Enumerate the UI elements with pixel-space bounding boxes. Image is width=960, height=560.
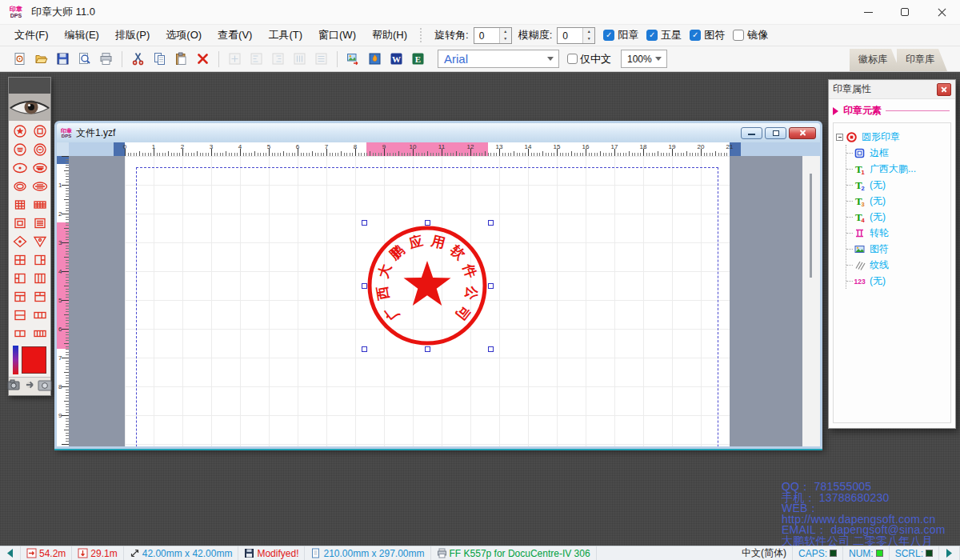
stamp-shape-split-right-button[interactable] xyxy=(30,250,50,269)
stamp-shape-grid-2x2-button[interactable] xyxy=(10,250,30,269)
status-nav-right[interactable] xyxy=(939,546,960,560)
cut-button[interactable] xyxy=(128,49,148,69)
stamp-shape-circle-square-button[interactable] xyxy=(30,122,50,140)
copy-button[interactable] xyxy=(150,49,170,69)
stamp-shape-diamond-button[interactable] xyxy=(10,232,30,250)
stamp-shape-cells-2-button[interactable] xyxy=(10,324,30,342)
color-gradient-strip[interactable] xyxy=(13,346,18,374)
stamp-shape-split-h-button[interactable] xyxy=(10,306,30,324)
paste-button[interactable] xyxy=(171,49,191,69)
menu-item[interactable]: 编辑(E) xyxy=(57,25,107,46)
stamp-shape-cells-4-button[interactable] xyxy=(30,324,50,342)
save-button[interactable] xyxy=(53,49,73,69)
current-color-swatch[interactable] xyxy=(22,346,46,374)
print-button[interactable] xyxy=(96,49,116,69)
document-minimize-button[interactable] xyxy=(741,127,762,139)
only-chinese-checkbox[interactable]: 仅中文 xyxy=(567,52,611,66)
open-button[interactable] xyxy=(31,49,51,69)
tree-item[interactable]: T3(无) xyxy=(846,193,948,209)
close-button[interactable] xyxy=(923,0,960,24)
stamp-shape-circle-star-button[interactable] xyxy=(10,122,30,140)
blur-spinner[interactable]: 0 ▲▼ xyxy=(557,27,595,44)
selection-handle[interactable] xyxy=(488,283,494,289)
selection-handle[interactable] xyxy=(362,283,367,289)
checkbox-图符[interactable]: ✓图符 xyxy=(690,28,725,42)
export-image-button[interactable] xyxy=(343,49,363,69)
svg-text:鹏: 鹏 xyxy=(386,242,407,263)
camera-icon[interactable] xyxy=(7,378,23,394)
document-close-button[interactable] xyxy=(789,127,816,139)
tree-item[interactable]: 边框 xyxy=(846,145,948,161)
selection-handle[interactable] xyxy=(425,346,430,352)
document-canvas[interactable]: 广西大鹏应用软件公司 xyxy=(69,156,820,446)
tree-item[interactable]: T2(无) xyxy=(846,177,948,193)
stamp-shape-circle-lines-button[interactable] xyxy=(10,140,30,158)
stamp-shape-ellipse-wide-button[interactable] xyxy=(30,177,50,195)
status-nav-left[interactable] xyxy=(0,546,21,560)
document-title-bar[interactable]: 印章 DPS 文件1.yzf xyxy=(57,123,820,142)
tree-item[interactable]: T1广西大鹏... xyxy=(846,161,948,177)
checkbox-五星[interactable]: ✓五星 xyxy=(646,28,682,42)
svg-text:司: 司 xyxy=(452,302,473,323)
tree-item[interactable]: 123(无) xyxy=(846,273,948,289)
menu-item[interactable]: 选项(O) xyxy=(158,25,210,46)
stamp-shape-ellipse-lines-button[interactable] xyxy=(30,158,50,177)
tree-item[interactable]: 图符 xyxy=(846,241,948,257)
menu-item[interactable]: 文件(F) xyxy=(6,25,57,46)
minimize-button[interactable] xyxy=(850,0,886,24)
selection-handle[interactable] xyxy=(488,220,494,226)
properties-close-button[interactable] xyxy=(937,83,951,96)
spinner-arrows-icon[interactable]: ▲▼ xyxy=(499,28,511,43)
document-restore-button[interactable] xyxy=(765,127,786,139)
preview-button[interactable] xyxy=(74,49,94,69)
stamp-shape-cells-3-button[interactable] xyxy=(30,306,50,324)
menu-item[interactable]: 工具(T) xyxy=(260,25,310,46)
checkbox-镜像[interactable]: 镜像 xyxy=(733,28,768,42)
selection-handle[interactable] xyxy=(425,220,430,226)
export-word-button[interactable]: W xyxy=(386,49,406,69)
section-arrow-icon xyxy=(833,107,842,115)
library-tab[interactable]: 徽标库 xyxy=(850,49,900,71)
stamp-shape-ellipse-star-button[interactable] xyxy=(10,158,30,177)
selection-handle[interactable] xyxy=(362,346,367,352)
new-button[interactable] xyxy=(10,49,30,69)
selection-handle[interactable] xyxy=(362,220,367,226)
stamp-shape-grid-dense-button[interactable] xyxy=(10,195,30,214)
stamp-graphic[interactable]: 广西大鹏应用软件公司 xyxy=(359,218,495,354)
stamp-shape-triangle-button[interactable] xyxy=(30,232,50,250)
stamp-shape-split-top2-button[interactable] xyxy=(30,287,50,306)
stamp-shape-square-lines-button[interactable] xyxy=(30,214,50,232)
menu-item[interactable]: 排版(P) xyxy=(107,25,158,46)
scrollbar-thumb[interactable] xyxy=(810,174,812,278)
photo-icon[interactable] xyxy=(38,379,52,394)
tree-item[interactable]: T4(无) xyxy=(846,209,948,225)
maximize-button[interactable] xyxy=(886,0,923,24)
delete-button[interactable] xyxy=(193,49,213,69)
canvas-vertical-scrollbar[interactable] xyxy=(802,156,820,446)
export-excel-button[interactable]: E xyxy=(408,49,428,69)
checkbox-阳章[interactable]: ✓阳章 xyxy=(603,28,638,42)
tree-item-root[interactable]: 圆形印章 xyxy=(836,129,948,145)
font-combo[interactable]: Arial xyxy=(438,50,559,68)
tree-collapse-icon[interactable] xyxy=(836,134,843,141)
menu-item[interactable]: 窗口(W) xyxy=(310,25,364,46)
properties-panel-header[interactable]: 印章属性 xyxy=(829,80,955,99)
tree-item[interactable]: 纹线 xyxy=(846,257,948,273)
stamp-shape-square-nested-button[interactable] xyxy=(10,214,30,232)
rotation-spinner[interactable]: 0 ▲▼ xyxy=(474,27,512,44)
stamp-shape-split-left-button[interactable] xyxy=(10,269,30,287)
library-tab[interactable]: 印章库 xyxy=(897,49,947,71)
selection-handle[interactable] xyxy=(488,346,494,352)
stamp-shape-grid-wide-button[interactable] xyxy=(30,195,50,214)
stamp-shape-circle-lines2-button[interactable] xyxy=(30,140,50,158)
stamp-shape-split-top-button[interactable] xyxy=(10,287,30,306)
spinner-arrows-icon[interactable]: ▲▼ xyxy=(582,28,594,43)
menu-item[interactable]: 帮助(H) xyxy=(364,25,415,46)
stamp-shape-ellipse-plain-button[interactable] xyxy=(10,177,30,195)
tree-item[interactable]: 转轮 xyxy=(846,225,948,241)
stamp-shape-split-vcenter-button[interactable] xyxy=(30,269,50,287)
zoom-combo[interactable]: 100% xyxy=(621,50,667,68)
insert-image-button[interactable] xyxy=(365,49,385,69)
menu-item[interactable]: 查看(V) xyxy=(210,25,260,46)
transfer-arrow-icon[interactable] xyxy=(25,379,36,394)
